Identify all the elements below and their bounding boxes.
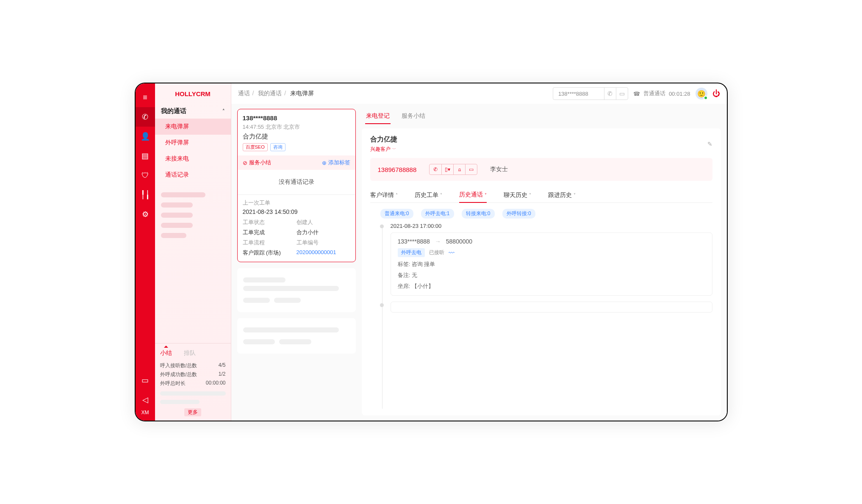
call-type-tag: 外呼去电 [398, 248, 425, 257]
call-agent-row: 坐席: 【小什】 [398, 282, 705, 290]
tag-consult: 咨询 [270, 143, 285, 151]
call-company: 合力亿捷 [243, 133, 350, 141]
call-note-row: 备注: 无 [398, 271, 705, 279]
subtab-follow-history[interactable]: 跟进历史˅ [548, 188, 576, 202]
person-icon[interactable]: ⩍ [453, 164, 465, 174]
dial-phone-icon[interactable]: ✆ [604, 88, 616, 100]
chevron-up-icon: ˄ [222, 108, 225, 114]
plus-circle-icon: ⊕ [322, 160, 327, 166]
right-column: 来电登记 服务小结 合力亿捷 兴趣客户 ﹀ ✎ [362, 109, 721, 415]
customer-interest-tag[interactable]: 兴趣客户 ﹀ [370, 146, 397, 153]
timeline-item: 2021-08-23 17:00:00 133****8888 → 588000… [380, 223, 712, 296]
dial-card-icon[interactable]: ▭ [616, 88, 628, 100]
sidebar-item-missed[interactable]: 未接来电 [155, 151, 231, 167]
check-circle-icon: ⊘ [243, 160, 247, 166]
app-frame: ≡ ✆ 👤 ▤ 🛡 ╿╽ ⚙ ▭ ◁ XM HOLLYCRM 我的通话 ˄ 来电… [135, 83, 728, 421]
dial-box: ✆ ▭ [553, 87, 628, 100]
tab-incoming-register[interactable]: 来电登记 [365, 109, 391, 124]
ticket-number-link[interactable]: 2020000000001 [297, 249, 350, 257]
avatar[interactable]: 🙂 [696, 88, 707, 100]
call-tags-row: 标签: 咨询 撞单 [398, 260, 705, 268]
call-action-bar: ⊘ 服务小结 ⊕ 添加标签 [238, 155, 355, 170]
clipboard-icon[interactable]: ▤ [136, 146, 155, 166]
bottom-tab-queue[interactable]: 排队 [184, 348, 196, 359]
sidebar-skeleton [155, 183, 231, 247]
call-status-tag: 已接听 [429, 249, 444, 256]
customer-name: 合力亿捷 [370, 135, 397, 144]
phone-icon[interactable]: ✆ [136, 107, 155, 127]
call-time-loc: 14:47:55 北京市 北京市 [243, 123, 350, 131]
chart-icon[interactable]: ╿╽ [136, 185, 155, 205]
bottom-tab-summary[interactable]: 小结 [160, 348, 172, 359]
gear-icon[interactable]: ⚙ [136, 205, 155, 224]
chevron-down-icon: ﹀ [392, 147, 396, 152]
main-tabs: 来电登记 服务小结 [362, 109, 721, 124]
bottom-panel: 小结 排队 呼入接听数/总数 4/5 外呼成功数/总数 1/2 外呼总时长 00… [155, 343, 231, 421]
pill-outbound[interactable]: 外呼去电:1 [421, 209, 454, 219]
contact-icon-group: ✆ ▯▾ ⩍ ▭ [429, 164, 477, 175]
call-status: ☎ 普通通话 00:01:28 [633, 90, 690, 97]
bp-row-duration: 外呼总时长 00:00:00 [160, 380, 226, 387]
dial-input[interactable] [553, 91, 604, 97]
announce-icon[interactable]: ◁ [136, 390, 155, 410]
breadcrumb: 通话/ 我的通话/ 来电弹屏 [238, 90, 314, 97]
shield-icon[interactable]: 🛡 [136, 166, 155, 185]
mobile-icon[interactable]: ▯▾ [441, 164, 453, 174]
audio-wave-icon[interactable]: 〰 [449, 249, 455, 256]
customer-contact-box: 13896788888 ✆ ▯▾ ⩍ ▭ 李女士 [370, 158, 712, 181]
call-icon[interactable]: ✆ [430, 164, 441, 174]
menu-icon[interactable]: ≡ [136, 88, 155, 107]
tag-baidu-seo: 百度SEO [243, 143, 268, 151]
content: 138****8888 14:47:55 北京市 北京市 合力亿捷 百度SEO … [231, 104, 727, 421]
topbar: 通话/ 我的通话/ 来电弹屏 ✆ ▭ ☎ 普通通话 00:01:28 🙂 ⏻ [231, 83, 727, 104]
sidebar-item-callhistory[interactable]: 通话记录 [155, 167, 231, 183]
add-tag-button[interactable]: ⊕ 添加标签 [322, 159, 350, 166]
left-rail: ≡ ✆ 👤 ▤ 🛡 ╿╽ ⚙ ▭ ◁ XM [136, 83, 155, 421]
call-type-pills: 普通来电:0 外呼去电:1 转接来电:0 外呼转接:0 [370, 209, 712, 219]
subtab-history-tickets[interactable]: 历史工单˅ [415, 188, 442, 202]
subtab-chat-history[interactable]: 聊天历史˅ [504, 188, 531, 202]
customer-owner: 李女士 [490, 166, 508, 173]
call-timeline: 2021-08-23 17:00:00 133****8888 → 588000… [370, 223, 712, 409]
timeline-timestamp: 2021-08-23 17:00:00 [391, 223, 712, 229]
phone-status-icon: ☎ [633, 91, 640, 97]
book-icon[interactable]: ▭ [136, 371, 155, 390]
timeline-call-card: 133****8888 → 58800000 外呼去电 已接听 〰 [391, 233, 712, 296]
subtab-history-calls[interactable]: 历史通话˅ [459, 188, 487, 203]
bp-row-outbound: 外呼成功数/总数 1/2 [160, 371, 226, 378]
prev-ticket-time: 2021-08-23 14:50:09 [243, 208, 350, 215]
ticket-kv: 工单状态创建人 工单完成合力小什 工单流程工单编号 客户跟踪 (市场) 2020… [243, 219, 350, 257]
user-icon[interactable]: 👤 [136, 127, 155, 146]
main-area: 通话/ 我的通话/ 来电弹屏 ✆ ▭ ☎ 普通通话 00:01:28 🙂 ⏻ 1… [231, 83, 727, 421]
call-to: 58800000 [446, 238, 472, 245]
bp-row-inbound: 呼入接听数/总数 4/5 [160, 362, 226, 369]
skeleton-card-1 [237, 268, 356, 312]
prev-ticket-label: 上一次工单 [243, 199, 350, 207]
sidebar-item-outgoing-popup[interactable]: 外呼弹屏 [155, 135, 231, 151]
brand-logo: HOLLYCRM [155, 83, 231, 104]
customer-phone: 13896788888 [378, 166, 417, 173]
sidebar-group-mycalls[interactable]: 我的通话 ˄ [155, 104, 231, 119]
card-icon[interactable]: ▭ [465, 164, 477, 174]
edit-icon[interactable]: ✎ [707, 141, 712, 147]
customer-detail-card: 合力亿捷 兴趣客户 ﹀ ✎ 13896788888 ✆ ▯▾ [362, 128, 721, 415]
subtab-customer-detail[interactable]: 客户详情˄ [370, 188, 398, 202]
timeline-item-skeleton [380, 302, 712, 313]
service-summary-button[interactable]: ⊘ 服务小结 [243, 159, 271, 166]
pill-transfer-in[interactable]: 转接来电:0 [462, 209, 495, 219]
tab-service-summary[interactable]: 服务小结 [401, 109, 426, 124]
pill-inbound[interactable]: 普通来电:0 [380, 209, 413, 219]
sidebar: HOLLYCRM 我的通话 ˄ 来电弹屏 外呼弹屏 未接来电 通话记录 小结 排… [155, 83, 231, 421]
arrow-right-icon: → [435, 238, 441, 245]
active-call-card: 138****8888 14:47:55 北京市 北京市 合力亿捷 百度SEO … [237, 109, 356, 262]
pill-transfer-out[interactable]: 外呼转接:0 [502, 209, 535, 219]
sidebar-item-incoming-popup[interactable]: 来电弹屏 [155, 119, 231, 135]
presence-dot [704, 96, 708, 100]
left-column: 138****8888 14:47:55 北京市 北京市 合力亿捷 百度SEO … [237, 109, 356, 415]
power-icon[interactable]: ⏻ [712, 89, 720, 98]
no-call-record: 没有通话记录 [243, 170, 350, 194]
bottom-more-button[interactable]: 更多 [184, 408, 201, 416]
sub-tabs: 客户详情˄ 历史工单˅ 历史通话˅ 聊天历史˅ 跟进历史˅ [370, 188, 712, 203]
xm-label[interactable]: XM [141, 410, 149, 415]
skeleton-card-2 [237, 318, 356, 354]
